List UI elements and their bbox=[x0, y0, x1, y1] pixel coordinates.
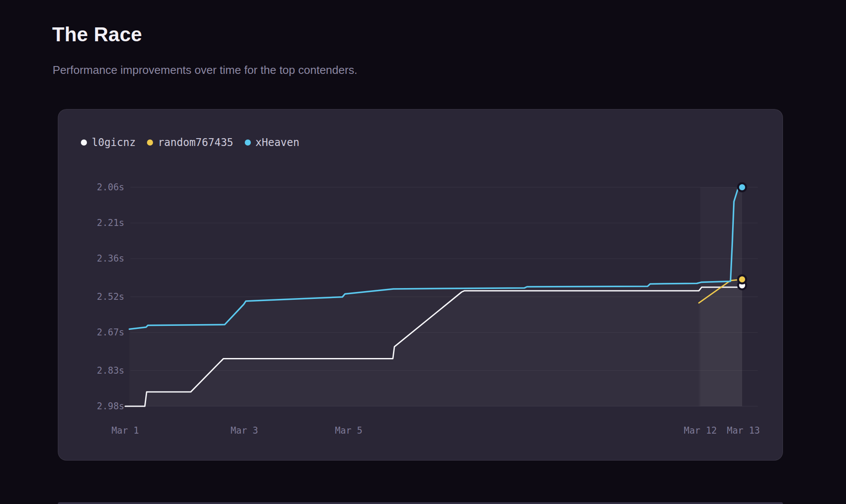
legend-dot-icon bbox=[81, 139, 87, 146]
legend-dot-icon bbox=[147, 139, 153, 146]
legend-dot-icon bbox=[245, 139, 251, 146]
legend-label: xHeaven bbox=[256, 136, 300, 149]
legend-item-l0gicnz[interactable]: l0gicnz bbox=[81, 136, 136, 149]
page-subtitle: Performance improvements over time for t… bbox=[53, 63, 357, 77]
legend-item-random767435[interactable]: random767435 bbox=[147, 136, 233, 149]
next-card-edge bbox=[58, 502, 783, 504]
page-title: The Race bbox=[52, 23, 142, 46]
legend-label: l0gicnz bbox=[92, 136, 136, 149]
legend-label: random767435 bbox=[158, 136, 233, 149]
legend-item-xHeaven[interactable]: xHeaven bbox=[245, 136, 300, 149]
chart-legend: l0gicnzrandom767435xHeaven bbox=[81, 136, 300, 149]
page: The Race Performance improvements over t… bbox=[0, 0, 846, 504]
plot-area[interactable] bbox=[130, 187, 758, 406]
